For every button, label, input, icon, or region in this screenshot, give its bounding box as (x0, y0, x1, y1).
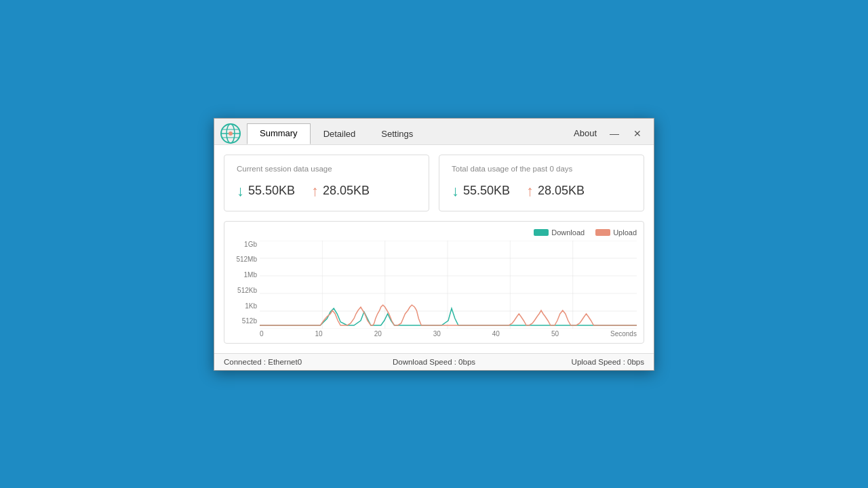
tab-settings[interactable]: Settings (368, 124, 426, 144)
current-session-card: Current session data usage ↓ 55.50KB ↑ 2… (224, 155, 429, 211)
total-data-title: Total data usage of the past 0 days (452, 165, 631, 173)
statusbar: Connected : Ethernet0 Download Speed : 0… (214, 353, 654, 370)
x-label-20: 20 (374, 330, 382, 338)
chart-plot: 0 10 20 30 40 50 Seconds (260, 241, 637, 338)
current-upload-value: 28.05KB (323, 184, 370, 198)
current-download-stat: ↓ 55.50KB (237, 184, 295, 199)
svg-point-5 (229, 131, 233, 136)
y-label-512b: 512b (231, 317, 257, 325)
tab-summary[interactable]: Summary (247, 123, 311, 144)
x-label-seconds: Seconds (610, 330, 637, 338)
upload-arrow-icon: ↑ (311, 184, 319, 199)
x-label-10: 10 (315, 330, 323, 338)
total-download-stat: ↓ 55.50KB (452, 184, 510, 199)
y-label-512mb: 512Mb (231, 256, 257, 263)
main-content: Current session data usage ↓ 55.50KB ↑ 2… (214, 145, 654, 353)
total-data-stats: ↓ 55.50KB ↑ 28.05KB (452, 184, 631, 199)
window-controls: — ✕ (604, 124, 648, 143)
chart-area: 1Gb 512Mb 1Mb 512Kb 1Kb 512b (231, 241, 637, 338)
tab-detailed[interactable]: Detailed (311, 124, 369, 144)
y-label-1mb: 1Mb (231, 271, 257, 279)
y-label-512kb: 512Kb (231, 287, 257, 294)
connection-status: Connected : Ethernet0 (224, 358, 364, 366)
total-download-arrow-icon: ↓ (452, 184, 459, 199)
download-arrow-icon: ↓ (237, 184, 244, 199)
legend-upload: Upload (595, 228, 637, 237)
chart-svg (260, 241, 637, 329)
x-axis: 0 10 20 30 40 50 Seconds (260, 330, 637, 338)
download-swatch (534, 229, 549, 236)
total-upload-stat: ↑ 28.05KB (526, 184, 585, 199)
x-label-40: 40 (492, 330, 500, 338)
tab-bar: Summary Detailed Settings (247, 123, 567, 144)
chart-legend: Download Upload (231, 228, 637, 237)
total-upload-arrow-icon: ↑ (526, 184, 534, 199)
current-session-title: Current session data usage (237, 165, 416, 173)
x-label-50: 50 (551, 330, 559, 338)
about-link[interactable]: About (567, 125, 604, 141)
current-session-stats: ↓ 55.50KB ↑ 28.05KB (237, 184, 416, 199)
cards-row: Current session data usage ↓ 55.50KB ↑ 2… (224, 155, 644, 211)
legend-download-label: Download (551, 228, 585, 237)
total-data-card: Total data usage of the past 0 days ↓ 55… (439, 155, 644, 211)
y-axis: 1Gb 512Mb 1Mb 512Kb 1Kb 512b (231, 241, 260, 338)
x-label-30: 30 (433, 330, 441, 338)
legend-upload-label: Upload (613, 228, 637, 237)
app-icon (220, 123, 241, 144)
titlebar: Summary Detailed Settings About — ✕ (214, 119, 654, 145)
y-label-1kb: 1Kb (231, 302, 257, 310)
upload-speed-status: Upload Speed : 0bps (504, 358, 644, 366)
x-label-0: 0 (260, 330, 264, 338)
total-download-value: 55.50KB (463, 184, 510, 198)
upload-swatch (595, 229, 610, 236)
current-upload-stat: ↑ 28.05KB (311, 184, 370, 199)
chart-container: Download Upload 1Gb 512Mb 1Mb 512Kb 1Kb … (224, 221, 644, 344)
download-speed-status: Download Speed : 0bps (364, 358, 505, 366)
minimize-button[interactable]: — (604, 124, 625, 143)
legend-download: Download (534, 228, 585, 237)
total-upload-value: 28.05KB (538, 184, 585, 198)
y-label-1gb: 1Gb (231, 241, 257, 248)
current-download-value: 55.50KB (248, 184, 295, 198)
main-window: Summary Detailed Settings About — ✕ Curr… (214, 118, 654, 371)
close-button[interactable]: ✕ (627, 124, 648, 143)
